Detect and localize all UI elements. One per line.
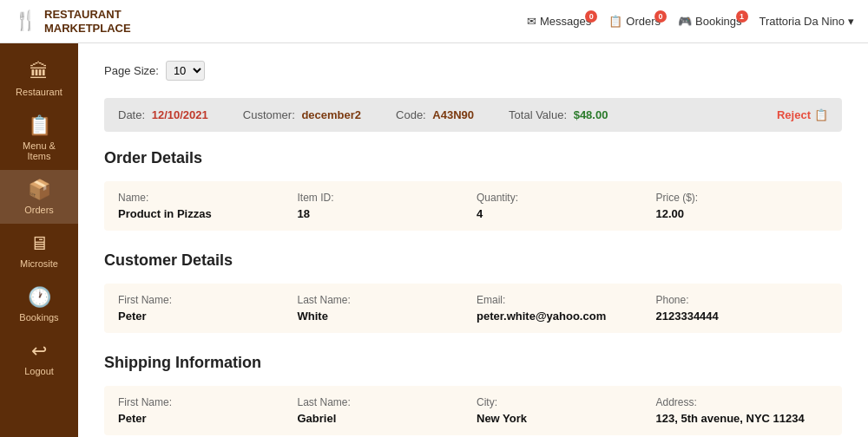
- customer-details-section: Customer Details First Name: Peter Last …: [104, 251, 842, 333]
- shipping-address-value: 123, 5th avenue, NYC 11234: [656, 412, 829, 425]
- order-item-id-field: Item ID: 18: [298, 192, 470, 220]
- sidebar-item-menu[interactable]: 📋 Menu &Items: [0, 106, 78, 170]
- order-date-label: Date:: [118, 108, 145, 121]
- chevron-down-icon: ▾: [848, 15, 854, 28]
- brand: 🍴 RESTAURANT MARKETPLACE: [14, 8, 131, 35]
- order-date-field: Date: 12/10/2021: [118, 108, 208, 121]
- customer-first-name-value: Peter: [118, 310, 291, 323]
- orders-icon: 📋: [608, 15, 622, 28]
- order-quantity-field: Quantity: 4: [477, 192, 649, 220]
- sidebar-item-orders-label: Orders: [24, 205, 54, 215]
- page-size-select[interactable]: 10 5 25 50: [166, 61, 205, 81]
- reject-button[interactable]: Reject 📋: [777, 108, 828, 121]
- top-nav-right: ✉ Messages 0 📋 Orders 0 🎮 Bookings 1 Tra…: [527, 15, 854, 28]
- shipping-last-name-field: Last Name: Gabriel: [298, 396, 470, 425]
- mail-icon: ✉: [527, 15, 536, 28]
- order-total-label: Total Value:: [509, 108, 567, 121]
- orders-badge: 0: [654, 10, 667, 23]
- page-size-label: Page Size:: [104, 64, 159, 77]
- order-details-section: Order Details Name: Product in Pizzas It…: [104, 149, 842, 231]
- order-code-field: Code: A43N90: [396, 108, 474, 121]
- user-menu[interactable]: Trattoria Da Nino ▾: [760, 15, 855, 28]
- order-name-value: Product in Pizzas: [118, 207, 291, 220]
- order-customer-value: december2: [301, 108, 361, 121]
- sidebar-item-menu-label: Menu &Items: [23, 140, 56, 161]
- orders-side-icon: 📦: [28, 179, 51, 201]
- shipping-first-name-label: First Name:: [118, 396, 291, 408]
- order-customer-label: Customer:: [243, 108, 295, 121]
- order-name-field: Name: Product in Pizzas: [118, 192, 291, 220]
- shipping-last-name-value: Gabriel: [298, 412, 470, 425]
- customer-last-name-field: Last Name: White: [298, 294, 470, 323]
- order-quantity-value: 4: [477, 207, 649, 220]
- order-code-value: A43N90: [432, 108, 474, 121]
- shipping-info-row: First Name: Peter Last Name: Gabriel Cit…: [104, 386, 842, 435]
- customer-first-name-label: First Name:: [118, 294, 291, 306]
- user-name: Trattoria Da Nino: [760, 15, 845, 28]
- messages-nav-item[interactable]: ✉ Messages 0: [527, 15, 591, 28]
- shipping-info-title: Shipping Information: [104, 354, 842, 375]
- customer-phone-value: 2123334444: [656, 310, 829, 323]
- shipping-city-value: New York: [477, 412, 649, 425]
- order-name-label: Name:: [118, 192, 291, 204]
- page-size-row: Page Size: 10 5 25 50: [104, 61, 842, 81]
- sidebar-item-bookings-label: Bookings: [19, 312, 58, 323]
- order-price-field: Price ($): 12.00: [656, 192, 829, 220]
- shipping-info-section: Shipping Information First Name: Peter L…: [104, 354, 842, 435]
- customer-details-row: First Name: Peter Last Name: White Email…: [104, 284, 842, 333]
- order-details-row: Name: Product in Pizzas Item ID: 18 Quan…: [104, 181, 842, 231]
- order-header-row: Date: 12/10/2021 Customer: december2 Cod…: [104, 98, 842, 132]
- orders-nav-item[interactable]: 📋 Orders 0: [608, 15, 661, 28]
- customer-email-label: Email:: [477, 294, 649, 306]
- sidebar-item-microsite-label: Microsite: [20, 258, 58, 269]
- sidebar-item-logout-label: Logout: [24, 366, 54, 376]
- reject-icon: 📋: [814, 108, 828, 121]
- order-total-field: Total Value: $48.00: [509, 108, 608, 121]
- sidebar-item-bookings[interactable]: 🕐 Bookings: [0, 277, 78, 331]
- sidebar-item-microsite[interactable]: 🖥 Microsite: [0, 224, 78, 277]
- brand-name-line2: MARKETPLACE: [44, 22, 131, 36]
- shipping-address-field: Address: 123, 5th avenue, NYC 11234: [656, 396, 829, 425]
- bookings-badge: 1: [736, 10, 748, 23]
- bookings-label: Bookings: [695, 15, 741, 28]
- microsite-icon: 🖥: [30, 232, 49, 255]
- sidebar-item-logout[interactable]: ↩ Logout: [0, 331, 78, 385]
- order-price-label: Price ($):: [656, 192, 829, 204]
- shipping-address-label: Address:: [656, 396, 829, 408]
- sidebar-item-restaurant-label: Restaurant: [16, 87, 62, 97]
- customer-last-name-value: White: [298, 310, 470, 323]
- brand-name-line1: RESTAURANT: [44, 8, 131, 22]
- sidebar-item-orders[interactable]: 📦 Orders: [0, 170, 78, 224]
- sidebar: 🏛 Restaurant 📋 Menu &Items 📦 Orders 🖥 Mi…: [0, 43, 78, 437]
- shipping-first-name-value: Peter: [118, 412, 291, 425]
- sidebar-item-restaurant[interactable]: 🏛 Restaurant: [0, 52, 78, 106]
- order-price-value: 12.00: [656, 207, 829, 220]
- logout-icon: ↩: [31, 340, 47, 362]
- brand-icon: 🍴: [14, 10, 37, 32]
- customer-phone-field: Phone: 2123334444: [656, 294, 829, 323]
- main-content: Page Size: 10 5 25 50 Date: 12/10/2021 C…: [78, 43, 868, 437]
- order-date-value: 12/10/2021: [152, 108, 208, 121]
- messages-badge: 0: [585, 10, 597, 23]
- customer-last-name-label: Last Name:: [298, 294, 470, 306]
- shipping-first-name-field: First Name: Peter: [118, 396, 291, 425]
- bookings-icon: 🎮: [678, 15, 692, 28]
- messages-label: Messages: [540, 15, 591, 28]
- order-quantity-label: Quantity:: [477, 192, 649, 204]
- customer-details-title: Customer Details: [104, 251, 842, 273]
- top-nav: 🍴 RESTAURANT MARKETPLACE ✉ Messages 0 📋 …: [0, 0, 868, 43]
- order-code-label: Code:: [396, 108, 426, 121]
- app-body: 🏛 Restaurant 📋 Menu &Items 📦 Orders 🖥 Mi…: [0, 43, 868, 437]
- shipping-city-field: City: New York: [477, 396, 649, 425]
- bookings-nav-item[interactable]: 🎮 Bookings 1: [678, 15, 741, 28]
- order-customer-field: Customer: december2: [243, 108, 361, 121]
- restaurant-icon: 🏛: [30, 61, 49, 83]
- reject-label: Reject: [777, 108, 811, 121]
- customer-phone-label: Phone:: [656, 294, 829, 306]
- order-item-id-label: Item ID:: [298, 192, 470, 204]
- order-total-value: $48.00: [574, 108, 608, 121]
- customer-first-name-field: First Name: Peter: [118, 294, 291, 323]
- shipping-last-name-label: Last Name:: [298, 396, 470, 408]
- order-details-title: Order Details: [104, 149, 842, 171]
- bookings-side-icon: 🕐: [28, 286, 51, 309]
